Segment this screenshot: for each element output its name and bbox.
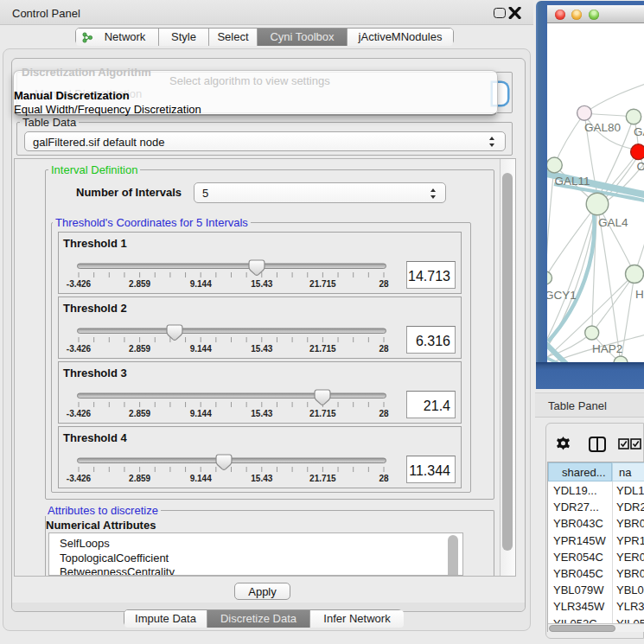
svg-text:15.43: 15.43	[251, 344, 272, 354]
svg-text:GCY1: GCY1	[547, 289, 577, 302]
svg-text:28: 28	[379, 344, 389, 354]
svg-text:GAL4: GAL4	[598, 216, 628, 229]
svg-text:28: 28	[379, 409, 389, 418]
svg-text:15.43: 15.43	[251, 474, 272, 483]
svg-text:-3.426: -3.426	[67, 344, 92, 354]
svg-text:2.859: 2.859	[129, 279, 150, 289]
svg-text:2.859: 2.859	[129, 474, 150, 483]
svg-text:15.43: 15.43	[251, 409, 272, 418]
svg-text:-3.426: -3.426	[67, 409, 92, 418]
svg-text:H: H	[635, 288, 644, 301]
svg-text:2.859: 2.859	[129, 344, 150, 354]
svg-text:-3.426: -3.426	[67, 474, 92, 483]
svg-text:HAP2: HAP2	[592, 342, 622, 355]
svg-text:2.859: 2.859	[129, 409, 150, 418]
svg-text:9.144: 9.144	[190, 279, 212, 289]
svg-text:-3.426: -3.426	[67, 279, 92, 289]
svg-text:9.144: 9.144	[190, 344, 212, 354]
svg-text:15.43: 15.43	[251, 279, 272, 289]
svg-text:21.715: 21.715	[309, 344, 336, 354]
svg-text:GA: GA	[634, 125, 644, 138]
svg-text:28: 28	[379, 474, 389, 483]
svg-text:9.144: 9.144	[190, 474, 212, 483]
svg-text:9.144: 9.144	[190, 409, 212, 418]
svg-text:21.715: 21.715	[309, 409, 336, 418]
svg-text:GAL11: GAL11	[555, 175, 590, 188]
svg-text:GAL80: GAL80	[584, 121, 621, 134]
svg-text:21.715: 21.715	[309, 474, 336, 483]
svg-text:28: 28	[379, 279, 389, 289]
svg-text:C: C	[637, 160, 644, 173]
svg-text:21.715: 21.715	[309, 279, 336, 289]
